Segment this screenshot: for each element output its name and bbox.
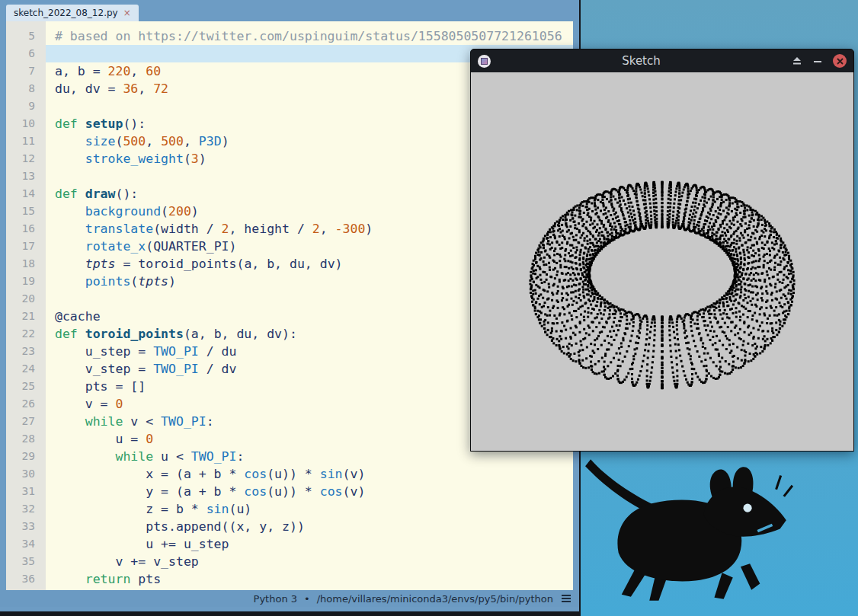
tab-bar: sketch_2022_08_12.py ×	[0, 0, 579, 21]
minimize-button[interactable]	[814, 61, 821, 62]
close-icon	[837, 58, 844, 65]
line-number: 10	[6, 115, 46, 132]
line-number: 15	[6, 203, 46, 220]
mouse-leg	[714, 573, 732, 598]
code-line[interactable]: 35 v += v_step	[6, 553, 573, 570]
line-number: 35	[6, 553, 46, 570]
line-number: 22	[6, 325, 46, 343]
sketch-canvas	[472, 72, 853, 451]
code-line[interactable]: 31 y = (a + b * cos(u)) * cos(v)	[6, 483, 573, 500]
line-number: 14	[6, 185, 46, 203]
code-text: v += v_step	[46, 553, 573, 570]
tab-close-icon[interactable]: ×	[123, 8, 131, 18]
line-number: 26	[6, 395, 46, 413]
statusbar-separator: •	[304, 593, 310, 605]
interpreter-path[interactable]: /home/villares/miniconda3/envs/py5/bin/p…	[317, 593, 553, 605]
line-number: 27	[6, 413, 46, 430]
code-line[interactable]: 30 x = (a + b * cos(u)) * sin(v)	[6, 465, 573, 483]
tab-sketch-file[interactable]: sketch_2022_08_12.py ×	[6, 5, 139, 21]
maximize-button[interactable]	[792, 56, 802, 65]
code-text: u += u_step	[46, 535, 573, 553]
screen: sketch_2022_08_12.py × 5# based on https…	[0, 0, 858, 616]
line-number: 29	[6, 448, 46, 465]
hamburger-menu-icon[interactable]	[560, 593, 572, 604]
status-bar: Python 3 • /home/villares/miniconda3/env…	[0, 590, 579, 607]
line-number: 8	[6, 80, 46, 97]
line-number: 6	[6, 45, 46, 62]
sketch-app-icon	[478, 55, 491, 68]
line-number: 30	[6, 465, 46, 483]
code-line[interactable]: 32 z = b * sin(u)	[6, 500, 573, 518]
code-text: return pts	[46, 570, 573, 588]
line-number: 11	[6, 132, 46, 150]
sketch-window-title: Sketch	[497, 54, 786, 68]
line-number: 5	[6, 27, 46, 45]
sketch-titlebar[interactable]: Sketch	[471, 49, 853, 72]
line-number: 31	[6, 483, 46, 500]
line-number: 23	[6, 343, 46, 360]
line-number: 25	[6, 378, 46, 395]
line-number: 19	[6, 273, 46, 290]
line-number: 12	[6, 150, 46, 168]
line-number: 33	[6, 518, 46, 535]
code-text: x = (a + b * cos(u)) * sin(v)	[46, 465, 573, 483]
xfce-mouse-logo	[581, 451, 798, 605]
line-number: 9	[6, 97, 46, 115]
interpreter-label: Python 3	[254, 593, 297, 605]
line-number: 13	[6, 168, 46, 185]
tab-label: sketch_2022_08_12.py	[14, 8, 118, 18]
mouse-eye	[743, 504, 751, 512]
line-number: 21	[6, 308, 46, 325]
code-text: z = b * sin(u)	[46, 500, 573, 518]
maximize-icon	[792, 56, 802, 65]
line-number: 36	[6, 570, 46, 588]
mouse-whisker	[784, 486, 792, 496]
line-number: 17	[6, 238, 46, 255]
line-number: 34	[6, 535, 46, 553]
line-number: 18	[6, 255, 46, 273]
line-number: 16	[6, 220, 46, 238]
close-button[interactable]	[833, 54, 847, 68]
sketch-canvas-area	[471, 72, 853, 451]
line-number: 20	[6, 290, 46, 308]
sketch-window: Sketch	[470, 49, 854, 452]
code-line[interactable]: 33 pts.append((x, y, z))	[6, 518, 573, 535]
line-number: 24	[6, 360, 46, 378]
code-line[interactable]: 5# based on https://twitter.com/uspingui…	[6, 27, 573, 45]
code-line[interactable]: 34 u += u_step	[6, 535, 573, 553]
line-number: 32	[6, 500, 46, 518]
code-line[interactable]: 36 return pts	[6, 570, 573, 588]
mouse-leg	[741, 563, 760, 589]
code-text: pts.append((x, y, z))	[46, 518, 573, 535]
mouse-whisker	[776, 476, 781, 490]
code-text: # based on https://twitter.com/uspinguim…	[46, 27, 573, 45]
line-number: 7	[6, 62, 46, 80]
code-text: y = (a + b * cos(u)) * cos(v)	[46, 483, 573, 500]
line-number: 28	[6, 430, 46, 448]
